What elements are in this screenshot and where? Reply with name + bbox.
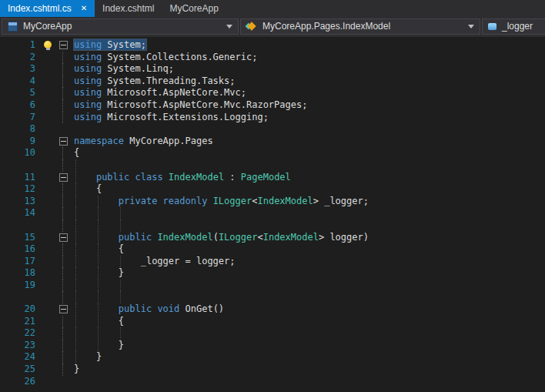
line-number: 4 bbox=[0, 75, 37, 88]
collapse-icon[interactable] bbox=[59, 173, 68, 182]
code-line[interactable]: 19 bbox=[0, 280, 545, 292]
code-line[interactable]: 12 { bbox=[0, 183, 545, 196]
code-text bbox=[69, 280, 545, 292]
code-line[interactable]: 23 } bbox=[0, 340, 545, 352]
glyph-margin[interactable] bbox=[37, 39, 57, 52]
code-line[interactable]: 21 { bbox=[0, 316, 545, 328]
code-line[interactable]: 7using Microsoft.Extensions.Logging; bbox=[0, 112, 545, 124]
glyph-margin[interactable] bbox=[37, 219, 57, 232]
code-token: public bbox=[96, 172, 129, 183]
glyph-margin[interactable] bbox=[37, 87, 57, 99]
tab-mycoreapp[interactable]: MyCoreApp bbox=[162, 0, 226, 17]
collapse-icon[interactable] bbox=[59, 137, 68, 146]
tab-index-cshtml-cs[interactable]: Index.cshtml.cs✕ bbox=[0, 0, 95, 17]
glyph-margin[interactable] bbox=[37, 183, 57, 196]
glyph-margin[interactable] bbox=[37, 147, 57, 159]
collapse-icon[interactable] bbox=[59, 305, 68, 313]
outline-margin bbox=[57, 87, 69, 99]
glyph-margin[interactable] bbox=[37, 112, 57, 124]
glyph-margin[interactable] bbox=[37, 256, 57, 268]
glyph-margin[interactable] bbox=[37, 280, 57, 292]
outline-guide bbox=[62, 364, 63, 376]
project-dropdown[interactable]: MyCoreApp bbox=[2, 18, 239, 35]
glyph-margin[interactable] bbox=[37, 291, 57, 303]
glyph-margin[interactable] bbox=[37, 136, 57, 148]
code-line[interactable]: 6using Microsoft.AspNetCore.Mvc.RazorPag… bbox=[0, 99, 545, 112]
code-token bbox=[74, 196, 119, 206]
code-text: } bbox=[69, 267, 545, 280]
outline-margin bbox=[57, 159, 69, 172]
code-token: > logger) bbox=[319, 232, 369, 243]
line-number: 18 bbox=[0, 267, 37, 280]
code-line[interactable]: 13 private readonly ILogger<IndexModel> … bbox=[0, 196, 545, 208]
code-line[interactable]: 3using System.Linq; bbox=[0, 63, 545, 75]
project-icon bbox=[8, 22, 18, 32]
glyph-margin[interactable] bbox=[37, 75, 57, 88]
glyph-margin[interactable] bbox=[37, 267, 57, 280]
code-token: private bbox=[119, 196, 158, 206]
code-line[interactable]: 8 bbox=[0, 123, 545, 136]
code-line[interactable]: 24 } bbox=[0, 351, 545, 364]
glyph-margin[interactable] bbox=[37, 159, 57, 172]
code-token: Microsoft.AspNetCore.Mvc; bbox=[102, 87, 246, 98]
outline-guide bbox=[62, 112, 63, 124]
code-line[interactable]: 17 _logger = logger; bbox=[0, 256, 545, 268]
code-line[interactable] bbox=[0, 291, 545, 303]
outline-margin bbox=[57, 376, 69, 388]
code-line[interactable]: 4using System.Threading.Tasks; bbox=[0, 75, 545, 88]
code-line[interactable]: 5using Microsoft.AspNetCore.Mvc; bbox=[0, 87, 545, 99]
type-dropdown[interactable]: MyCoreApp.Pages.IndexModel bbox=[240, 18, 480, 35]
glyph-margin[interactable] bbox=[37, 316, 57, 328]
navigation-bar: MyCoreApp MyCoreApp.Pages.IndexModel _lo… bbox=[0, 17, 545, 37]
close-icon[interactable]: ✕ bbox=[81, 5, 87, 12]
glyph-margin[interactable] bbox=[37, 351, 57, 364]
glyph-margin[interactable] bbox=[37, 364, 57, 376]
glyph-margin[interactable] bbox=[37, 243, 57, 256]
indent-guide bbox=[120, 291, 121, 303]
line-number: 23 bbox=[0, 340, 37, 352]
outline-margin bbox=[57, 219, 69, 232]
glyph-margin[interactable] bbox=[37, 196, 57, 208]
tab-index-cshtml[interactable]: Index.cshtml bbox=[95, 0, 162, 17]
code-line[interactable]: 18 } bbox=[0, 267, 545, 280]
code-line[interactable] bbox=[0, 219, 545, 232]
code-line[interactable]: 25} bbox=[0, 364, 545, 376]
code-line[interactable]: 14 bbox=[0, 207, 545, 219]
code-token: OnGet() bbox=[179, 303, 224, 314]
code-text: private readonly ILogger<IndexModel> _lo… bbox=[69, 196, 545, 208]
line-number: 26 bbox=[0, 376, 37, 388]
code-line[interactable]: 2using System.Collections.Generic; bbox=[0, 52, 545, 64]
collapse-icon[interactable] bbox=[59, 233, 68, 242]
glyph-margin[interactable] bbox=[37, 327, 57, 340]
glyph-margin[interactable] bbox=[37, 52, 57, 64]
glyph-margin[interactable] bbox=[37, 340, 57, 352]
code-line[interactable]: 11 public class IndexModel : PageModel bbox=[0, 172, 545, 184]
glyph-margin[interactable] bbox=[37, 232, 57, 244]
indent-guide bbox=[120, 256, 121, 268]
code-line[interactable]: 26 bbox=[0, 376, 545, 388]
code-line[interactable]: 16 { bbox=[0, 243, 545, 256]
glyph-margin[interactable] bbox=[37, 123, 57, 136]
code-token bbox=[157, 196, 162, 206]
code-token: > _logger; bbox=[313, 196, 369, 206]
code-line[interactable] bbox=[0, 159, 545, 172]
indent-guide bbox=[98, 291, 99, 303]
code-token: IndexModel bbox=[157, 232, 212, 243]
glyph-margin[interactable] bbox=[37, 376, 57, 388]
collapse-icon[interactable] bbox=[59, 41, 68, 49]
glyph-margin[interactable] bbox=[37, 63, 57, 75]
lightbulb-icon[interactable] bbox=[44, 41, 52, 49]
glyph-margin[interactable] bbox=[37, 303, 57, 316]
code-line[interactable]: 1using System; bbox=[0, 39, 545, 52]
code-editor[interactable]: 1using System;2using System.Collections.… bbox=[0, 37, 545, 392]
glyph-margin[interactable] bbox=[37, 172, 57, 184]
member-dropdown[interactable]: _logger bbox=[482, 18, 545, 35]
code-line[interactable]: 15 public IndexModel(ILogger<IndexModel>… bbox=[0, 232, 545, 244]
glyph-margin[interactable] bbox=[37, 99, 57, 112]
glyph-margin[interactable] bbox=[37, 207, 57, 219]
code-line[interactable]: 20 public void OnGet() bbox=[0, 303, 545, 316]
code-line[interactable]: 9namespace MyCoreApp.Pages bbox=[0, 136, 545, 148]
code-line[interactable]: 22 bbox=[0, 327, 545, 340]
code-line[interactable]: 10{ bbox=[0, 147, 545, 159]
line-number: 11 bbox=[0, 172, 37, 184]
